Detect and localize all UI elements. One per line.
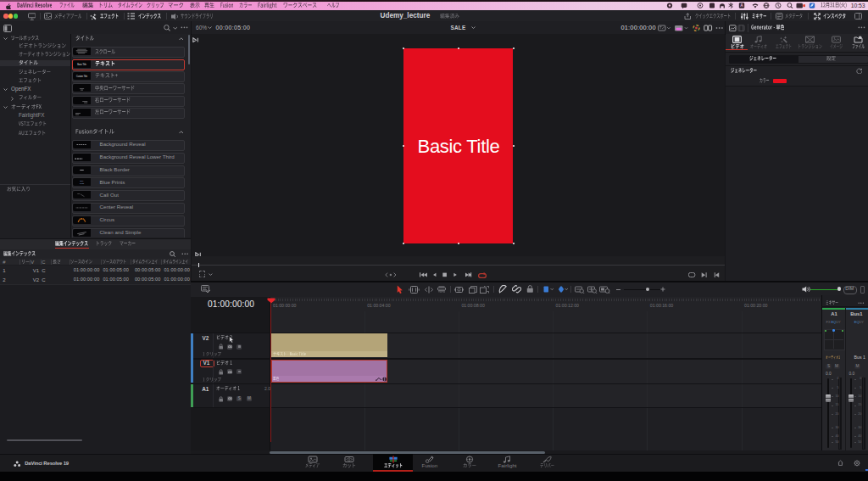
svg-text:Custom Title: Custom Title	[76, 76, 87, 78]
svg-text:Basic Title: Basic Title	[77, 63, 86, 65]
svg-text:Prints: Prints	[80, 182, 84, 184]
svg-text:A: A	[740, 3, 743, 8]
